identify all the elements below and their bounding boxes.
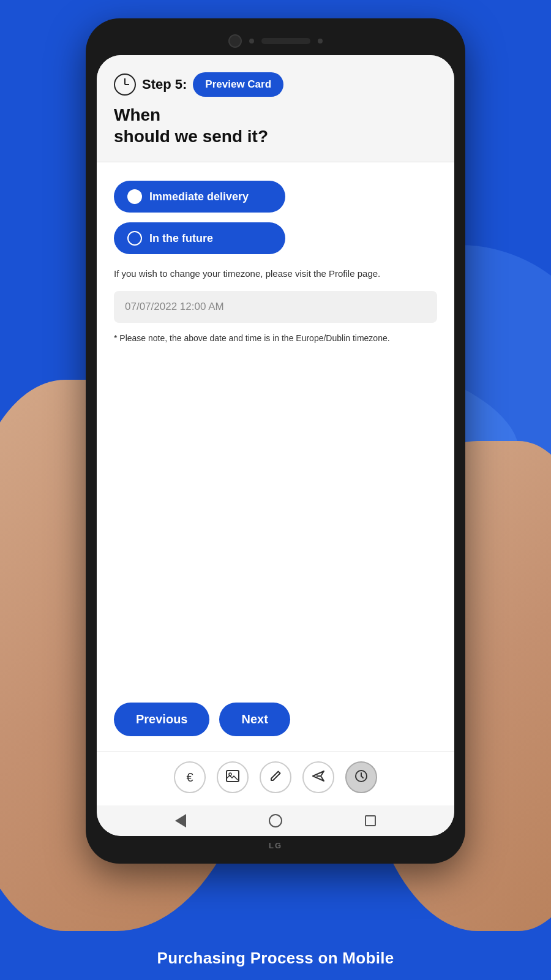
back-button[interactable]: [175, 814, 186, 827]
nav-buttons-row: Previous Next: [97, 688, 454, 751]
radio-outline-icon: [127, 231, 142, 246]
date-time-input[interactable]: [114, 291, 437, 323]
immediate-delivery-label: Immediate delivery: [149, 190, 249, 203]
radio-filled-icon: [127, 189, 142, 204]
phone-status-bar: [97, 29, 454, 55]
image-icon: [226, 770, 239, 785]
timezone-note: If you wish to change your timezone, ple…: [114, 266, 437, 281]
phone-frame: Step 5: Preview Card When should we send…: [86, 18, 465, 864]
main-section: Immediate delivery In the future If you …: [97, 162, 454, 688]
recent-apps-button[interactable]: [365, 815, 376, 826]
phone-screen: Step 5: Preview Card When should we send…: [97, 55, 454, 836]
in-the-future-option[interactable]: In the future: [114, 222, 285, 254]
edit-icon: [269, 770, 282, 785]
clock-tab-icon: [354, 769, 368, 786]
immediate-delivery-option[interactable]: Immediate delivery: [114, 181, 285, 213]
step-row: Step 5: Preview Card: [114, 72, 437, 97]
screen-content: Step 5: Preview Card When should we send…: [97, 55, 454, 836]
euro-icon: €: [186, 771, 193, 785]
android-nav-bar: [97, 805, 454, 836]
speaker-dot-2: [318, 39, 323, 43]
phone-brand-area: LG: [97, 836, 454, 853]
euro-icon-button[interactable]: €: [174, 761, 206, 793]
next-button[interactable]: Next: [219, 703, 290, 736]
previous-button[interactable]: Previous: [114, 703, 209, 736]
front-camera: [228, 34, 242, 48]
icon-bar: €: [97, 751, 454, 805]
image-icon-button[interactable]: [217, 761, 249, 793]
edit-icon-button[interactable]: [260, 761, 291, 793]
bottom-banner-title: Purchasing Process on Mobile: [157, 949, 394, 968]
bottom-banner: Purchasing Process on Mobile: [0, 936, 551, 980]
step-label: Step 5:: [142, 77, 187, 92]
preview-card-button[interactable]: Preview Card: [193, 72, 283, 97]
header-section: Step 5: Preview Card When should we send…: [97, 55, 454, 162]
in-the-future-label: In the future: [149, 232, 213, 245]
phone-speaker: [261, 38, 310, 44]
send-icon: [312, 770, 325, 785]
clock-icon: [114, 74, 136, 96]
timezone-warning: * Please note, the above date and time i…: [114, 331, 437, 345]
send-icon-button[interactable]: [302, 761, 334, 793]
speaker-dot-1: [249, 39, 254, 43]
home-button[interactable]: [269, 814, 282, 827]
page-title: When should we send it?: [114, 104, 437, 147]
clock-icon-button[interactable]: [345, 761, 377, 793]
phone-brand-text: LG: [269, 841, 282, 850]
